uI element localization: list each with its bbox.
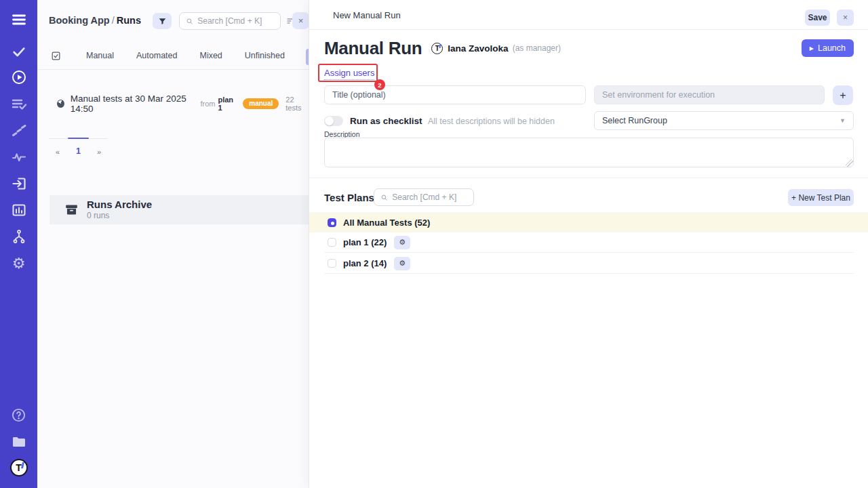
archive-count: 0 runs xyxy=(87,211,152,220)
panel-close-button[interactable]: × xyxy=(292,12,309,29)
search-icon xyxy=(186,17,193,26)
plan-settings-gear-icon[interactable]: ⚙ xyxy=(394,236,410,249)
breadcrumb-separator: / xyxy=(110,15,117,26)
test-plan-row-all[interactable]: All Manual Tests (52) xyxy=(309,212,868,232)
test-plan-label: All Manual Tests (52) xyxy=(343,218,430,228)
owner-avatar: T xyxy=(431,43,443,54)
runs-archive-row[interactable]: Runs Archive 0 runs xyxy=(50,195,309,224)
assign-users-link[interactable]: Assign users xyxy=(324,68,374,80)
checklist-label: Run as checklist xyxy=(350,116,422,126)
plan-settings-gear-icon[interactable]: ⚙ xyxy=(394,257,410,270)
folder-icon[interactable] xyxy=(0,433,37,451)
owner-name: Iana Zavoloka xyxy=(448,43,508,54)
logo-t-icon[interactable]: T xyxy=(0,459,37,476)
checkbox-unchecked[interactable] xyxy=(328,259,336,268)
run-plan-name: plan 1 xyxy=(218,96,237,112)
modal-header-title: New Manual Run xyxy=(333,10,401,20)
tab-automated[interactable]: Automated xyxy=(136,51,177,60)
run-title: Manual tests at 30 Mar 2025 14:50 xyxy=(71,94,195,114)
breadcrumb-project[interactable]: Booking App xyxy=(49,15,110,26)
search-icon xyxy=(380,193,388,202)
chevron-down-icon: ▼ xyxy=(840,117,846,124)
run-title-input[interactable] xyxy=(324,85,586,104)
runs-search-input[interactable] xyxy=(197,16,274,26)
settings-gear-icon[interactable]: ⚙ xyxy=(0,255,37,272)
run-list-item[interactable]: Manual tests at 30 Mar 2025 14:50 from p… xyxy=(37,95,309,113)
app-sidebar: ⚙ T xyxy=(0,0,37,488)
add-environment-button[interactable]: + xyxy=(833,85,853,105)
run-as-checklist-toggle[interactable] xyxy=(324,116,343,126)
rungroup-select[interactable]: Select RunGroup ▼ xyxy=(594,111,854,130)
test-plans-search[interactable] xyxy=(374,188,474,206)
section-divider xyxy=(309,178,868,178)
runs-list-panel: Booking App/Runs × Manual Automated Mixe… xyxy=(37,0,309,488)
runs-tabs: Manual Automated Mixed Unfinished Groups xyxy=(37,42,309,70)
run-status-pie-icon xyxy=(57,100,64,108)
save-button[interactable]: Save xyxy=(805,9,830,26)
play-circle-icon[interactable] xyxy=(0,68,37,86)
test-plan-row-1[interactable]: plan 1 (22) ⚙ xyxy=(324,232,854,253)
play-icon: ▶ xyxy=(810,45,814,52)
test-plan-label: plan 2 (14) xyxy=(343,258,387,268)
breadcrumb-current: Runs xyxy=(117,15,141,26)
test-plan-row-2[interactable]: plan 2 (14) ⚙ xyxy=(324,253,854,274)
tab-unfinished[interactable]: Unfinished xyxy=(245,51,285,60)
modal-header: New Manual Run Save × xyxy=(309,0,868,30)
environment-input[interactable] xyxy=(594,85,825,104)
pagination-page-1[interactable]: 1 xyxy=(76,146,81,156)
annotation-step-badge: 2 xyxy=(374,79,385,90)
pagination-active-indicator xyxy=(68,138,89,139)
list-check-icon[interactable] xyxy=(0,96,37,113)
launch-label: Launch xyxy=(818,43,846,53)
test-plan-label: plan 1 (22) xyxy=(343,237,387,247)
checkbox-unchecked[interactable] xyxy=(328,238,336,247)
checkbox-checked[interactable] xyxy=(328,218,336,227)
new-manual-run-panel: New Manual Run Save × Manual Run T Iana … xyxy=(309,0,868,488)
rungroup-value: Select RunGroup xyxy=(602,116,667,125)
run-title-row: Manual Run T Iana Zavoloka (as manager) … xyxy=(324,38,854,58)
pagination-prev[interactable]: « xyxy=(56,148,60,156)
checklist-hint: All test descriptions will be hidden xyxy=(428,117,555,126)
run-from-label: from xyxy=(200,100,215,108)
launch-button[interactable]: ▶ Launch xyxy=(802,39,854,57)
runs-search[interactable] xyxy=(179,12,281,30)
tab-manual[interactable]: Manual xyxy=(86,51,114,60)
archive-title: Runs Archive xyxy=(87,199,152,211)
runs-panel-header: Booking App/Runs × xyxy=(37,0,309,42)
menu-icon[interactable] xyxy=(0,11,37,28)
filter-icon xyxy=(158,17,167,26)
filter-button[interactable] xyxy=(153,13,172,29)
archive-box-icon xyxy=(64,203,79,217)
run-type-badge: manual xyxy=(243,98,279,109)
help-icon[interactable] xyxy=(0,406,37,424)
owner-role: (as manager) xyxy=(513,43,561,53)
test-plans-search-input[interactable] xyxy=(392,192,467,202)
page-title: Manual Run xyxy=(324,38,422,59)
breadcrumb: Booking App/Runs xyxy=(49,15,141,26)
pagination-next[interactable]: » xyxy=(97,148,101,156)
archive-text: Runs Archive 0 runs xyxy=(87,199,152,220)
import-icon[interactable] xyxy=(0,175,37,192)
tab-mixed[interactable]: Mixed xyxy=(199,51,222,60)
test-plans-heading: Test Plans xyxy=(324,192,374,203)
run-tests-count: 22 tests xyxy=(285,96,309,112)
modal-close-button[interactable]: × xyxy=(837,9,854,26)
description-textarea[interactable] xyxy=(324,138,854,167)
branch-icon[interactable] xyxy=(0,228,37,245)
bar-chart-icon[interactable] xyxy=(0,201,37,219)
new-test-plan-button[interactable]: + New Test Plan xyxy=(788,189,854,206)
check-icon[interactable] xyxy=(0,43,37,60)
select-all-checklist-icon[interactable] xyxy=(51,51,61,61)
activity-icon[interactable] xyxy=(0,148,37,166)
steps-icon[interactable] xyxy=(0,122,37,140)
